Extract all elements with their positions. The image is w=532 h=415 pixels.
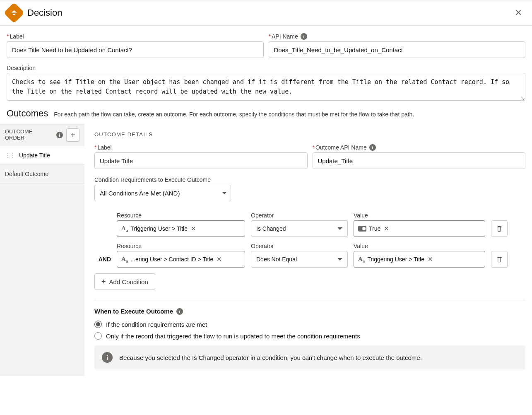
plus-icon: + (101, 277, 106, 286)
value-column-label: Value (354, 212, 485, 219)
delete-condition-button[interactable] (491, 220, 508, 237)
value-input[interactable]: True ✕ (354, 220, 485, 237)
outcome-api-label: *Outcome API Name i (313, 144, 526, 151)
resource-column-label: Resource (117, 212, 245, 219)
outcomes-hint: For each path the flow can take, create … (54, 111, 414, 118)
value-input[interactable]: Aa Triggering User > Title ✕ (354, 251, 485, 268)
api-name-label: *API Name i (269, 33, 526, 40)
execute-option-only-if-updated[interactable]: Only if the record that triggered the fl… (94, 332, 525, 340)
outcome-order-panel: OUTCOMEORDER i + ⋮⋮ Update Title Default… (0, 124, 84, 376)
chevron-down-icon (337, 258, 342, 261)
condition-req-label: Condition Requirements to Execute Outcom… (94, 176, 525, 183)
text-type-icon: Aa (121, 256, 128, 263)
decision-icon (4, 2, 25, 24)
resource-input[interactable]: Aa ...ering User > Contact ID > Title ✕ (117, 251, 245, 268)
clear-icon[interactable]: ✕ (216, 256, 223, 263)
info-icon: i (102, 352, 113, 363)
outcome-details-panel: OUTCOME DETAILS *Label *Outcome API Name… (84, 124, 532, 376)
info-banner: i Because you selected the Is Changed op… (94, 345, 525, 369)
info-icon[interactable]: i (301, 33, 307, 40)
modal-header: Decision ✕ (0, 0, 532, 26)
chevron-down-icon (337, 227, 342, 230)
description-label: Description (7, 65, 525, 71)
condition-row: Resource Aa Triggering User > Title ✕ Op… (94, 212, 525, 237)
and-prefix: AND (94, 256, 111, 268)
info-icon[interactable]: i (56, 132, 63, 138)
outcome-label-label: *Label (94, 144, 308, 151)
clear-icon[interactable]: ✕ (383, 225, 390, 232)
outcome-details-heading: OUTCOME DETAILS (94, 131, 525, 138)
description-input[interactable] (7, 73, 525, 101)
divider (94, 300, 525, 300)
outcomes-title: Outcomes (7, 108, 48, 119)
api-name-input[interactable] (269, 41, 526, 58)
label-input[interactable] (7, 41, 264, 58)
execute-option-if-met[interactable]: If the condition requirements are met (94, 321, 525, 328)
clear-icon[interactable]: ✕ (190, 225, 197, 232)
operator-column-label: Operator (251, 212, 348, 219)
decision-modal: Decision ✕ *Label *API Name i Descriptio… (0, 0, 532, 376)
chevron-down-icon (222, 192, 227, 194)
outcomes-section-header: Outcomes For each path the flow can take… (0, 102, 532, 124)
drag-handle-icon[interactable]: ⋮⋮ (5, 154, 15, 157)
operator-select[interactable]: Is Changed (251, 220, 348, 237)
value-column-label: Value (354, 243, 485, 249)
clear-icon[interactable]: ✕ (427, 256, 434, 263)
info-icon[interactable]: i (176, 308, 183, 315)
operator-select[interactable]: Does Not Equal (251, 251, 348, 268)
form-body: *Label *API Name i Description (0, 26, 532, 101)
boolean-type-icon (358, 226, 366, 232)
outcome-label-input[interactable] (94, 152, 308, 169)
outcome-item-update-title[interactable]: ⋮⋮ Update Title (0, 146, 84, 165)
condition-row: AND Resource Aa ...ering User > Contact … (94, 243, 525, 268)
add-outcome-button[interactable]: + (66, 128, 79, 142)
resource-column-label: Resource (117, 243, 245, 249)
default-outcome-item[interactable]: Default Outcome (0, 165, 84, 183)
outcome-item-label: Update Title (19, 152, 50, 159)
resource-input[interactable]: Aa Triggering User > Title ✕ (117, 220, 245, 237)
radio-icon (94, 332, 102, 340)
outcome-order-title: OUTCOMEORDER (5, 129, 33, 141)
radio-icon (94, 321, 102, 328)
text-type-icon: Aa (358, 256, 365, 263)
operator-column-label: Operator (251, 243, 348, 249)
add-condition-button[interactable]: + Add Condition (94, 273, 155, 290)
condition-req-select[interactable]: All Conditions Are Met (AND) (94, 185, 231, 201)
label-field-label: *Label (7, 33, 264, 40)
modal-title: Decision (27, 7, 511, 18)
when-execute-heading: When to Execute Outcome i (94, 308, 525, 315)
text-type-icon: Aa (121, 225, 128, 233)
outcome-api-input[interactable] (313, 152, 526, 169)
close-icon[interactable]: ✕ (511, 6, 525, 20)
delete-condition-button[interactable] (491, 251, 508, 268)
info-icon[interactable]: i (369, 144, 376, 151)
